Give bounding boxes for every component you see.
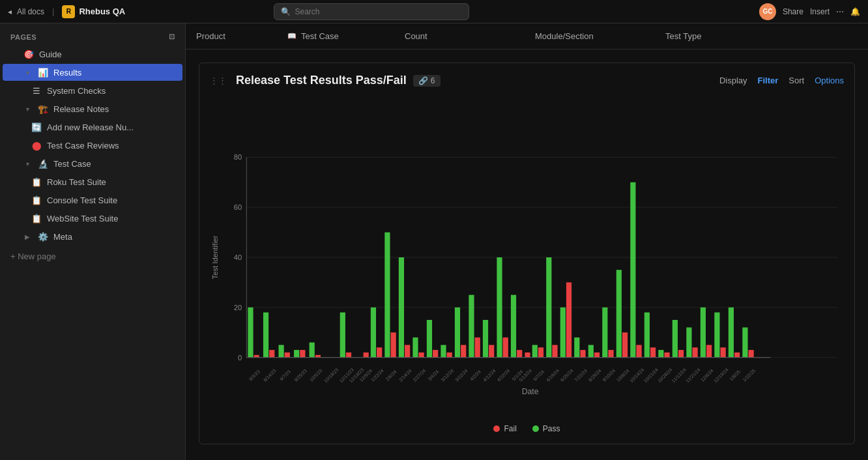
- topbar-back[interactable]: ◂ All docs: [8, 7, 44, 16]
- svg-text:10/5/23: 10/5/23: [309, 368, 324, 383]
- fail-label: Fail: [504, 424, 516, 433]
- topbar-actions: GC Share Insert ⋯ 🔔: [759, 3, 860, 20]
- fail-bar: [419, 352, 424, 358]
- new-page-button[interactable]: + New page: [0, 248, 185, 265]
- expand-meta-icon[interactable]: ▶: [23, 233, 31, 240]
- svg-text:6/7/24: 6/7/24: [532, 369, 545, 382]
- meta-icon: ⚙️: [38, 231, 48, 242]
- svg-text:10/21/24: 10/21/24: [643, 367, 659, 384]
- system-checks-icon: ☰: [31, 85, 42, 96]
- pass-bar: [602, 308, 607, 358]
- fail-bar: [269, 350, 274, 358]
- pass-bar: [644, 312, 650, 357]
- fail-bar: [300, 350, 305, 358]
- bar-chart: 0 20 40 60 80 Test Identifier: [210, 98, 844, 417]
- pass-bar: [630, 182, 635, 358]
- fail-bar: [566, 282, 571, 357]
- topbar: ◂ All docs | R Rhebus QA 🔍 Search GC Sha…: [0, 0, 868, 23]
- fail-bar: [433, 350, 438, 358]
- expand-results-icon[interactable]: ▾: [23, 68, 31, 76]
- sidebar-item-website[interactable]: 📋 WebSite Test Suite: [3, 210, 182, 227]
- pass-bar: [560, 308, 566, 358]
- chart-content: ⋮⋮ Release Test Results Pass/Fail 🔗 6 Di…: [186, 50, 868, 460]
- sidebar-item-release-notes[interactable]: ▾ 🏗️ Release Notes: [3, 100, 182, 117]
- fail-bar: [552, 345, 557, 357]
- fail-bar: [517, 350, 522, 358]
- fail-bar: [650, 347, 656, 357]
- content-area: Product 📖 Test Case Count Module/Section…: [186, 23, 868, 460]
- fail-bar: [315, 355, 321, 358]
- more-icon[interactable]: ⋯: [836, 7, 844, 16]
- app-logo: R: [62, 5, 75, 18]
- sidebar-item-add-release[interactable]: 🔄 Add new Release Nu...: [3, 119, 182, 136]
- pass-bar: [412, 338, 418, 358]
- svg-text:40: 40: [234, 253, 242, 261]
- pass-bar: [658, 350, 663, 358]
- sidebar-roku-label: Roku Test Suite: [47, 177, 106, 187]
- sidebar-item-test-case-reviews[interactable]: ⬤ Test Case Reviews: [3, 137, 182, 154]
- pass-bar: [483, 320, 488, 358]
- sidebar-website-label: WebSite Test Suite: [47, 214, 118, 223]
- svg-text:6/25/24: 6/25/24: [560, 368, 575, 383]
- topbar-app-section: R Rhebus QA: [62, 5, 125, 18]
- roku-icon: 📋: [31, 177, 42, 187]
- pass-bar: [532, 345, 538, 357]
- sort-action[interactable]: Sort: [788, 76, 804, 85]
- release-notes-icon: 🏗️: [38, 104, 48, 114]
- svg-text:10/28/24: 10/28/24: [657, 367, 673, 384]
- col-module: Module/Section: [535, 31, 665, 41]
- svg-text:9/25/23: 9/25/23: [293, 368, 308, 383]
- expand-release-icon[interactable]: ▾: [23, 105, 31, 113]
- filter-action[interactable]: Filter: [758, 76, 779, 85]
- drag-handle-icon[interactable]: ⋮⋮: [210, 76, 227, 85]
- sidebar-item-test-case[interactable]: ▾ 🔬 Test Case: [3, 155, 182, 172]
- sidebar-system-checks-label: System Checks: [47, 86, 106, 96]
- pass-bar: [714, 312, 719, 357]
- link-icon: 🔗: [418, 76, 428, 85]
- fail-bar: [489, 345, 494, 357]
- sidebar-toggle-icon[interactable]: ⊡: [169, 33, 175, 41]
- sidebar-item-guide[interactable]: 🎯 Guide: [3, 46, 182, 63]
- sidebar-item-roku[interactable]: 📋 Roku Test Suite: [3, 173, 182, 190]
- expand-testcase-icon[interactable]: ▾: [23, 160, 31, 167]
- fail-bar: [636, 345, 641, 357]
- pass-bar: [310, 343, 315, 358]
- chart-legend: Fail Pass: [210, 424, 844, 433]
- sidebar-item-meta[interactable]: ▶ ⚙️ Meta: [3, 228, 182, 245]
- sidebar-item-system-checks[interactable]: ☰ System Checks: [3, 82, 182, 99]
- display-action[interactable]: Display: [719, 76, 747, 85]
- svg-text:8/29/24: 8/29/24: [588, 368, 603, 383]
- fail-bar: [461, 345, 466, 357]
- svg-text:10/8/24: 10/8/24: [616, 368, 631, 383]
- pass-bar: [574, 338, 579, 358]
- share-button[interactable]: Share: [783, 7, 803, 16]
- pass-bar: [278, 345, 283, 357]
- svg-text:9/7/23: 9/7/23: [279, 369, 292, 382]
- options-action[interactable]: Options: [815, 76, 844, 85]
- pass-bar: [384, 233, 390, 358]
- fail-bar: [622, 332, 628, 357]
- search-bar[interactable]: 🔍 Search: [274, 3, 469, 20]
- svg-text:0: 0: [238, 354, 242, 362]
- col-testcase: 📖 Test Case: [287, 31, 405, 41]
- console-icon: 📋: [31, 195, 42, 205]
- pass-bar: [294, 350, 299, 358]
- pass-bar: [248, 308, 253, 358]
- sidebar-release-notes-label: Release Notes: [53, 104, 109, 114]
- sidebar-item-results[interactable]: ▾ 📊 Results: [3, 64, 182, 81]
- insert-button[interactable]: Insert: [810, 7, 830, 16]
- pass-bar: [371, 308, 376, 358]
- test-case-icon: 🔬: [38, 158, 48, 169]
- svg-text:20: 20: [234, 304, 242, 311]
- fail-bar: [503, 338, 508, 358]
- pass-bar: [742, 328, 747, 358]
- sidebar-header: Pages ⊡: [0, 29, 185, 45]
- bell-icon[interactable]: 🔔: [850, 7, 860, 16]
- sidebar-guide-label: Guide: [39, 50, 62, 59]
- badge-count: 6: [431, 76, 435, 85]
- sidebar-test-case-label: Test Case: [53, 159, 91, 169]
- pass-dot: [532, 425, 539, 432]
- sidebar-item-console[interactable]: 📋 Console Test Suite: [3, 192, 182, 208]
- svg-text:4/2/24: 4/2/24: [469, 369, 482, 382]
- back-arrow: ◂: [8, 7, 12, 16]
